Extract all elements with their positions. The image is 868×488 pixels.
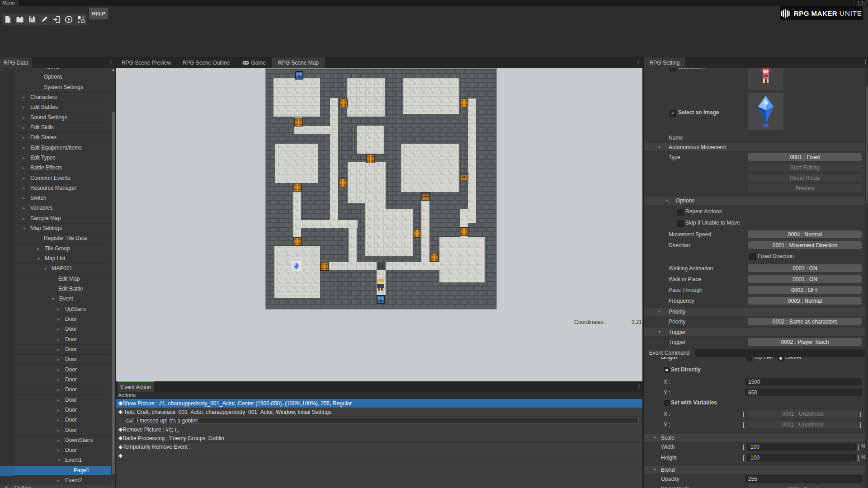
chevron-right-icon[interactable]: ▶ <box>23 106 25 109</box>
tab-rpg-scene-outline[interactable]: RPG Scene Outline <box>176 57 236 68</box>
select-an-image-checkbox[interactable]: ✓ <box>670 110 676 117</box>
chevron-right-icon[interactable]: ▶ <box>23 187 25 190</box>
opacity-input[interactable]: 255 <box>745 475 862 483</box>
tree-item-event[interactable]: ▼Event <box>0 294 111 304</box>
section-collapse-icon[interactable]: ▼ <box>653 436 656 439</box>
set-with-variables-radio[interactable] <box>664 400 670 406</box>
tree-item-characters[interactable]: ▶Characters <box>0 93 111 103</box>
event-command-row[interactable]: ◆ <box>116 451 642 460</box>
chevron-right-icon[interactable]: ▶ <box>23 217 25 221</box>
priority-button[interactable]: 0002 : Same as characters <box>748 318 862 325</box>
chevron-right-icon[interactable]: ▶ <box>23 146 25 150</box>
tree-item-event1[interactable]: ▼Event1 <box>0 455 111 465</box>
right-divider[interactable] <box>642 57 644 488</box>
repeat-actions-checkbox[interactable] <box>677 209 684 216</box>
tree-item-terms[interactable]: ▶Terms <box>0 68 111 72</box>
tree-item-edit-states[interactable]: ▶Edit States <box>0 133 111 143</box>
chevron-right-icon[interactable]: ▶ <box>57 399 60 402</box>
section-collapse-icon[interactable]: ▼ <box>658 145 661 149</box>
tree-item-map-list[interactable]: ▼Map List <box>0 254 111 264</box>
preview-button[interactable]: Preview <box>748 184 862 192</box>
help-button[interactable]: HELP <box>89 8 108 19</box>
chevron-right-icon[interactable]: ▶ <box>57 449 60 452</box>
chevron-right-icon[interactable]: ▶ <box>23 116 25 120</box>
rpg-data-menu-icon[interactable]: ⋮ <box>108 59 113 65</box>
tree-item-map-settings[interactable]: ▼Map Settings <box>0 224 111 234</box>
event-command-row[interactable]: ◆Battle Processing : Enemy Groups Goblin <box>116 434 642 443</box>
chevron-right-icon[interactable]: ▶ <box>57 348 60 352</box>
walking-animation-button[interactable]: 0001 : ON <box>748 264 862 272</box>
chevron-down-icon[interactable]: ▼ <box>44 267 47 270</box>
tree-item-tile-group[interactable]: ▶Tile Group <box>0 244 111 254</box>
autonomous-movement-header[interactable]: ▼Autonomous Movement <box>644 143 868 152</box>
dialogue-text-box[interactable]: I messed up! It's a goblin! <box>133 417 639 424</box>
type-button[interactable]: 0001 : Fixed <box>748 153 862 161</box>
window-more-icon[interactable]: ⋮ <box>852 0 856 5</box>
tab-rpg-scene-preview[interactable]: RPG Scene Preview <box>116 57 176 68</box>
right-scrollbar[interactable] <box>865 68 868 488</box>
chevron-right-icon[interactable]: ▶ <box>37 68 39 69</box>
event-command-row[interactable]: ◆ Text: Craft, charaface_001_Actor, char… <box>116 408 642 417</box>
chevron-right-icon[interactable]: ▶ <box>57 439 60 442</box>
tree-scrollbar[interactable] <box>111 68 115 484</box>
outline-section-bar[interactable]: ▶ Outline <box>0 484 115 488</box>
width-input[interactable]: 100 <box>747 443 856 450</box>
tree-item-variables[interactable]: ▶Variables <box>0 203 111 213</box>
reset-route-button[interactable]: Reset Route <box>748 174 862 182</box>
fixed-direction-checkbox[interactable] <box>749 253 756 260</box>
chevron-right-icon[interactable]: ▶ <box>57 318 60 321</box>
window-close-icon[interactable]: ╱ <box>864 0 867 5</box>
section-collapse-icon[interactable]: ▼ <box>658 310 661 313</box>
tree-item-door[interactable]: ▶Door <box>0 415 111 425</box>
chevron-right-icon[interactable]: ▶ <box>23 177 25 180</box>
tab-game[interactable]: Game <box>236 57 272 68</box>
tree-scrollbar-thumb[interactable] <box>112 112 115 474</box>
y-variable[interactable]: 0001 : Undefined <box>748 421 858 428</box>
tree-item-resource-manager[interactable]: ▶Resource Manager <box>0 183 111 193</box>
tree-item-door[interactable]: ▶Door <box>0 446 111 455</box>
tree-item-event2[interactable]: ▶Event2 <box>0 476 111 484</box>
tree-item-switch[interactable]: ▶Switch <box>0 193 111 203</box>
tree-item-edit-skills[interactable]: ▶Edit Skills <box>0 123 111 133</box>
frequency-button[interactable]: 0003 : Normal <box>748 297 862 305</box>
tree-item-door[interactable]: ▶Door <box>0 395 111 405</box>
tree-item-door[interactable]: ▶Door <box>0 405 111 415</box>
set-directly-radio[interactable] <box>664 367 670 373</box>
chevron-right-icon[interactable]: ▶ <box>57 328 60 331</box>
center-tabs-menu-icon[interactable]: ⋮ <box>636 59 641 65</box>
chevron-down-icon[interactable]: ▼ <box>57 459 61 462</box>
tree-item-door[interactable]: ▶Door <box>0 375 111 385</box>
x-input[interactable]: 1500 <box>745 378 862 385</box>
tree-item-door[interactable]: ▶Door <box>0 426 111 436</box>
chevron-down-icon[interactable]: ▼ <box>23 227 26 230</box>
chevron-right-icon[interactable]: ▶ <box>57 479 60 483</box>
menu-button[interactable]: Menu <box>2 0 15 5</box>
start-editing-button[interactable]: Start Editing <box>748 164 862 171</box>
options-header[interactable]: ▼Options <box>644 196 868 205</box>
tab-rpg-setting[interactable]: RPG Setting <box>644 57 685 68</box>
package-swap-button[interactable] <box>75 14 87 25</box>
event-command-row[interactable]: ◆Remove Picture : #なし <box>116 425 642 434</box>
chevron-down-icon[interactable]: ▼ <box>52 297 55 300</box>
trigger-button[interactable]: 0002 : Player Touch <box>748 338 862 346</box>
play-button[interactable] <box>63 14 75 25</box>
tree-item-common-events[interactable]: ▶Common Events <box>0 174 111 183</box>
characters-checkbox[interactable] <box>670 68 676 71</box>
chevron-right-icon[interactable]: ▶ <box>57 378 60 382</box>
tree-item-battle-effects[interactable]: ▶Battle Effects <box>0 163 111 173</box>
rpg-setting-menu-icon[interactable]: ⋮ <box>863 59 868 65</box>
tree-item-options[interactable]: Options <box>0 72 111 82</box>
tree-item-door[interactable]: ▶Door <box>0 385 111 395</box>
direction-button[interactable]: 0001 : Movement Direction <box>748 241 862 249</box>
chevron-right-icon[interactable]: ▶ <box>57 338 60 342</box>
chevron-right-icon[interactable]: ▶ <box>57 429 60 432</box>
event-command-row[interactable]: ◇#I messed up! It's a goblin! <box>116 417 642 426</box>
y-input[interactable]: 650 <box>745 389 862 396</box>
import-button[interactable] <box>51 14 62 25</box>
origin-center-radio[interactable] <box>778 357 784 361</box>
section-collapse-icon[interactable]: ▼ <box>658 330 661 333</box>
chevron-right-icon[interactable]: ▶ <box>57 368 60 372</box>
window-restore-icon[interactable] <box>858 1 863 5</box>
tab-event-command[interactable]: Event Command <box>644 349 695 357</box>
chevron-right-icon[interactable]: ▶ <box>57 308 60 311</box>
